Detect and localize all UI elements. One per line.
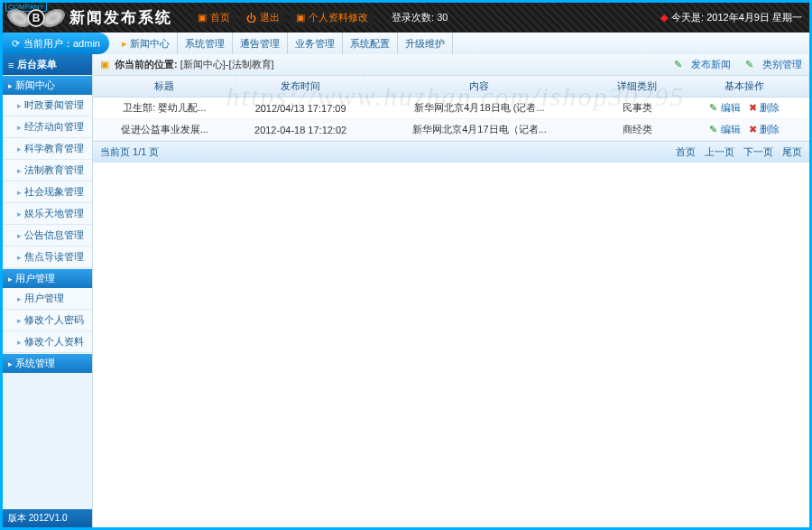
- tab-label: 系统管理: [185, 37, 225, 51]
- sidebar-item[interactable]: 修改个人资料: [3, 331, 92, 353]
- tab-business-mgmt[interactable]: 业务管理: [288, 33, 343, 54]
- col-time: 发布时间: [236, 76, 365, 98]
- col-ops: 基本操作: [680, 76, 809, 98]
- home-button[interactable]: ▣首页: [192, 9, 235, 26]
- sidebar-item[interactable]: 法制教育管理: [3, 160, 92, 181]
- col-cat: 详细类别: [594, 76, 679, 98]
- sidebar-item[interactable]: 修改个人密码: [3, 310, 92, 331]
- tab-upgrade[interactable]: 升级维护: [398, 33, 453, 54]
- tab-label: 新闻中心: [130, 37, 170, 51]
- cell-time: 2012-04-18 17:12:02: [236, 119, 365, 141]
- cell-title: 促进公益事业发展...: [93, 119, 236, 141]
- breadcrumb: ▣ 你当前的位置: [新闻中心]-[法制教育] ✎发布新闻 ✎类别管理: [93, 54, 809, 76]
- category-icon: ✎: [745, 59, 753, 70]
- profile-icon: ▣: [296, 12, 305, 23]
- news-table: 标题 发布时间 内容 详细类别 基本操作 卫生部: 婴幼儿配... 2012/0…: [93, 76, 809, 141]
- sidebar-cat-news[interactable]: 新闻中心: [3, 76, 92, 95]
- folder-icon: ▸: [122, 38, 127, 50]
- crumb-path: [新闻中心]-[法制教育]: [180, 58, 274, 71]
- pager-prev[interactable]: 上一页: [705, 145, 734, 159]
- pager-first[interactable]: 首页: [676, 145, 696, 159]
- edit-button[interactable]: 编辑: [709, 124, 740, 135]
- logout-button[interactable]: ⏻退出: [241, 9, 285, 26]
- edit-button[interactable]: 编辑: [709, 102, 740, 113]
- cell-content: 新华网北京4月18日电 (记者...: [365, 98, 595, 119]
- pager: 当前页 1/1 页 首页 上一页 下一页 尾页: [93, 141, 809, 163]
- sidebar-item[interactable]: 娱乐天地管理: [3, 203, 92, 225]
- app-title: 新闻发布系统: [69, 7, 172, 28]
- pager-last[interactable]: 尾页: [782, 145, 802, 159]
- home-label: 首页: [210, 11, 230, 24]
- profile-button[interactable]: ▣个人资料修改: [291, 9, 374, 26]
- tabstrip: ⟳ 当前用户：admin ▸新闻中心 系统管理 通告管理 业务管理 系统配置 升…: [0, 33, 812, 54]
- sidebar-item[interactable]: 经济动向管理: [3, 116, 92, 138]
- pager-next[interactable]: 下一页: [743, 145, 773, 159]
- tab-label: 通告管理: [240, 37, 280, 51]
- publish-icon: ✎: [674, 59, 682, 70]
- home-icon: ▣: [198, 12, 207, 23]
- cell-title: 卫生部: 婴幼儿配...: [93, 98, 236, 119]
- table-row: 卫生部: 婴幼儿配... 2012/04/13 17:17:09 新华网北京4月…: [93, 98, 809, 119]
- content-panel: ▣ 你当前的位置: [新闻中心]-[法制教育] ✎发布新闻 ✎类别管理 标题 发…: [93, 54, 809, 527]
- col-content: 内容: [365, 76, 595, 98]
- tab-label: 升级维护: [405, 37, 445, 51]
- user-icon: ⟳: [12, 38, 20, 50]
- current-user-pill: ⟳ 当前用户：admin: [3, 33, 109, 54]
- location-icon: ▣: [100, 59, 109, 70]
- sidebar-item[interactable]: 社会现象管理: [3, 181, 92, 203]
- cell-cat: 商经类: [594, 119, 679, 141]
- logo-letter: B: [27, 9, 45, 27]
- cell-time: 2012/04/13 17:17:09: [236, 98, 365, 119]
- main-area: ≡后台菜单 新闻中心 时政要闻管理 经济动向管理 科学教育管理 法制教育管理 社…: [0, 54, 812, 530]
- tab-system-config[interactable]: 系统配置: [343, 33, 398, 54]
- login-count: 登录次数: 30: [392, 11, 448, 24]
- logo-icon: B: [10, 5, 62, 31]
- cell-ops: 编辑 删除: [680, 98, 809, 119]
- table-row: 促进公益事业发展... 2012-04-18 17:12:02 新华网北京4月1…: [93, 119, 809, 141]
- sidebar-item[interactable]: 科学教育管理: [3, 138, 92, 160]
- sidebar-item[interactable]: 时政要闻管理: [3, 95, 92, 116]
- delete-button[interactable]: 删除: [749, 102, 780, 113]
- tab-label: 系统配置: [350, 37, 390, 51]
- col-title: 标题: [93, 76, 236, 98]
- logout-label: 退出: [260, 11, 280, 24]
- menu-icon: ≡: [8, 60, 14, 70]
- sidebar-cat-system[interactable]: 系统管理: [3, 354, 92, 373]
- tab-notice-mgmt[interactable]: 通告管理: [233, 33, 288, 54]
- sidebar-cat-user[interactable]: 用户管理: [3, 269, 92, 288]
- delete-button[interactable]: 删除: [749, 124, 780, 135]
- pager-status: 当前页 1/1 页: [100, 145, 159, 159]
- cell-cat: 民事类: [594, 98, 679, 119]
- tab-news-center[interactable]: ▸新闻中心: [115, 33, 178, 54]
- tab-label: 业务管理: [295, 37, 335, 51]
- crumb-prefix: 你当前的位置:: [115, 58, 178, 71]
- tab-system-mgmt[interactable]: 系统管理: [178, 33, 233, 54]
- sidebar-item[interactable]: 公告信息管理: [3, 225, 92, 246]
- sidebar-item[interactable]: 焦点导读管理: [3, 246, 92, 268]
- logout-icon: ⏻: [246, 13, 256, 23]
- sidebar-header: ≡后台菜单: [3, 54, 92, 75]
- cell-content: 新华网北京4月17日电（记者...: [365, 119, 595, 141]
- sidebar-item[interactable]: 用户管理: [3, 288, 92, 310]
- profile-label: 个人资料修改: [309, 11, 368, 24]
- sidebar: ≡后台菜单 新闻中心 时政要闻管理 经济动向管理 科学教育管理 法制教育管理 社…: [3, 54, 93, 527]
- topbar: B 新闻发布系统 ▣首页 ⏻退出 ▣个人资料修改 登录次数: 30 ◆今天是: …: [0, 0, 812, 33]
- today-date: ◆今天是: 2012年4月9日 星期一: [660, 11, 802, 24]
- cell-ops: 编辑 删除: [680, 119, 809, 141]
- category-mgmt-button[interactable]: ✎类别管理: [745, 58, 802, 71]
- publish-news-button[interactable]: ✎发布新闻: [674, 58, 731, 71]
- sidebar-footer: 版本 2012V1.0: [3, 509, 92, 527]
